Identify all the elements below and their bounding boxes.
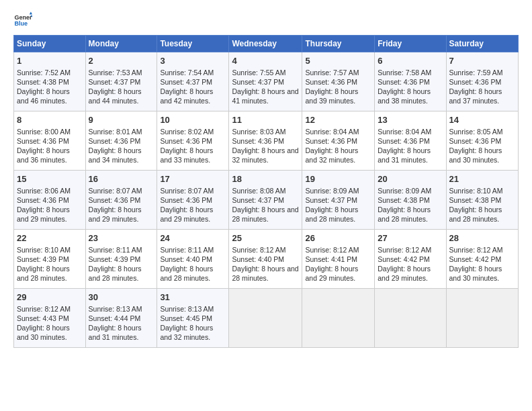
calendar-cell: 7 Sunrise: 7:59 AM Sunset: 4:36 PM Dayli… xyxy=(446,52,518,111)
day-number: 29 xyxy=(17,291,83,304)
calendar-cell: 15 Sunrise: 8:06 AM Sunset: 4:36 PM Dayl… xyxy=(14,171,86,230)
calendar-cell: 4 Sunrise: 7:55 AM Sunset: 4:37 PM Dayli… xyxy=(229,52,302,111)
calendar-cell: 30 Sunrise: 8:13 AM Sunset: 4:44 PM Dayl… xyxy=(85,289,157,348)
logo: General Blue xyxy=(13,11,35,30)
calendar-cell xyxy=(229,289,302,348)
day-number: 4 xyxy=(232,55,299,67)
sunrise-label: Sunrise: 8:09 AM xyxy=(305,187,359,195)
sunset-label: Sunset: 4:36 PM xyxy=(305,137,357,145)
column-header-thursday: Thursday xyxy=(302,36,375,52)
calendar-cell: 20 Sunrise: 8:09 AM Sunset: 4:38 PM Dayl… xyxy=(375,171,446,230)
calendar-cell xyxy=(446,289,518,348)
day-number: 10 xyxy=(160,114,226,126)
calendar-cell: 10 Sunrise: 8:02 AM Sunset: 4:36 PM Dayl… xyxy=(157,111,229,171)
page: General Blue SundayMondayTuesdayWednesda… xyxy=(0,0,532,411)
daylight-label: Daylight: 8 hours and 31 minutes. xyxy=(378,146,431,164)
daylight-label: Daylight: 8 hours and 32 minutes. xyxy=(160,324,213,341)
sunset-label: Sunset: 4:36 PM xyxy=(160,196,212,204)
column-header-monday: Monday xyxy=(85,36,157,52)
calendar-cell: 23 Sunrise: 8:11 AM Sunset: 4:39 PM Dayl… xyxy=(85,230,157,289)
calendar-cell: 1 Sunrise: 7:52 AM Sunset: 4:38 PM Dayli… xyxy=(14,52,86,111)
daylight-label: Daylight: 8 hours and 44 minutes. xyxy=(89,87,142,105)
daylight-label: Daylight: 8 hours and 28 minutes. xyxy=(232,205,298,223)
sunset-label: Sunset: 4:44 PM xyxy=(89,314,141,322)
sunrise-label: Sunrise: 7:55 AM xyxy=(232,68,285,77)
sunset-label: Sunset: 4:36 PM xyxy=(17,137,69,145)
daylight-label: Daylight: 8 hours and 28 minutes. xyxy=(17,265,70,282)
sunrise-label: Sunrise: 8:13 AM xyxy=(89,305,142,313)
calendar-cell: 19 Sunrise: 8:09 AM Sunset: 4:37 PM Dayl… xyxy=(302,171,375,230)
sunset-label: Sunset: 4:36 PM xyxy=(89,196,141,204)
sunrise-label: Sunrise: 8:02 AM xyxy=(160,128,214,136)
day-number: 14 xyxy=(449,114,515,126)
day-number: 18 xyxy=(232,173,299,185)
sunset-label: Sunset: 4:36 PM xyxy=(449,78,502,86)
calendar-cell: 21 Sunrise: 8:10 AM Sunset: 4:38 PM Dayl… xyxy=(446,171,518,230)
day-number: 28 xyxy=(449,232,515,244)
day-number: 12 xyxy=(305,114,371,126)
daylight-label: Daylight: 8 hours and 28 minutes. xyxy=(89,265,142,282)
day-number: 15 xyxy=(17,173,83,185)
daylight-label: Daylight: 8 hours and 28 minutes. xyxy=(160,265,213,282)
sunrise-label: Sunrise: 8:07 AM xyxy=(160,187,214,195)
sunset-label: Sunset: 4:41 PM xyxy=(305,255,357,263)
day-number: 22 xyxy=(17,232,83,244)
calendar-cell: 13 Sunrise: 8:04 AM Sunset: 4:36 PM Dayl… xyxy=(375,111,446,171)
calendar-cell: 3 Sunrise: 7:54 AM Sunset: 4:37 PM Dayli… xyxy=(157,52,229,111)
daylight-label: Daylight: 8 hours and 33 minutes. xyxy=(160,146,213,164)
day-number: 27 xyxy=(378,232,443,244)
sunset-label: Sunset: 4:38 PM xyxy=(378,196,430,204)
svg-text:Blue: Blue xyxy=(14,20,28,27)
daylight-label: Daylight: 8 hours and 30 minutes. xyxy=(17,324,70,341)
day-number: 17 xyxy=(160,173,226,185)
sunset-label: Sunset: 4:39 PM xyxy=(89,255,141,263)
sunrise-label: Sunrise: 8:00 AM xyxy=(17,128,71,136)
day-number: 3 xyxy=(160,55,226,67)
day-number: 19 xyxy=(305,173,371,185)
sunrise-label: Sunrise: 7:53 AM xyxy=(89,68,142,77)
calendar-cell: 22 Sunrise: 8:10 AM Sunset: 4:39 PM Dayl… xyxy=(14,230,86,289)
sunset-label: Sunset: 4:36 PM xyxy=(378,137,430,145)
sunset-label: Sunset: 4:37 PM xyxy=(232,196,284,204)
sunrise-label: Sunrise: 8:12 AM xyxy=(305,246,359,254)
day-number: 26 xyxy=(305,232,371,244)
week-row-4: 22 Sunrise: 8:10 AM Sunset: 4:39 PM Dayl… xyxy=(14,230,519,289)
sunset-label: Sunset: 4:36 PM xyxy=(232,137,284,145)
sunset-label: Sunset: 4:38 PM xyxy=(449,196,502,204)
sunrise-label: Sunrise: 8:04 AM xyxy=(305,128,359,136)
day-number: 7 xyxy=(449,55,515,67)
day-number: 23 xyxy=(89,232,154,244)
sunrise-label: Sunrise: 7:52 AM xyxy=(17,68,71,77)
week-row-5: 29 Sunrise: 8:12 AM Sunset: 4:43 PM Dayl… xyxy=(14,289,519,348)
calendar-cell xyxy=(375,289,446,348)
calendar-cell: 17 Sunrise: 8:07 AM Sunset: 4:36 PM Dayl… xyxy=(157,171,229,230)
daylight-label: Daylight: 8 hours and 42 minutes. xyxy=(160,87,213,105)
daylight-label: Daylight: 8 hours and 41 minutes. xyxy=(232,87,298,105)
calendar-cell: 14 Sunrise: 8:05 AM Sunset: 4:36 PM Dayl… xyxy=(446,111,518,171)
sunrise-label: Sunrise: 8:03 AM xyxy=(232,128,285,136)
week-row-2: 8 Sunrise: 8:00 AM Sunset: 4:36 PM Dayli… xyxy=(14,111,519,171)
day-number: 20 xyxy=(378,173,443,185)
daylight-label: Daylight: 8 hours and 39 minutes. xyxy=(305,87,358,105)
calendar-cell: 2 Sunrise: 7:53 AM Sunset: 4:37 PM Dayli… xyxy=(85,52,157,111)
calendar-cell: 28 Sunrise: 8:12 AM Sunset: 4:42 PM Dayl… xyxy=(446,230,518,289)
daylight-label: Daylight: 8 hours and 30 minutes. xyxy=(449,265,502,282)
calendar-cell: 24 Sunrise: 8:11 AM Sunset: 4:40 PM Dayl… xyxy=(157,230,229,289)
svg-marker-2 xyxy=(30,11,32,14)
column-header-sunday: Sunday xyxy=(14,36,86,52)
sunrise-label: Sunrise: 8:13 AM xyxy=(160,305,214,313)
calendar-cell: 18 Sunrise: 8:08 AM Sunset: 4:37 PM Dayl… xyxy=(229,171,302,230)
sunset-label: Sunset: 4:36 PM xyxy=(305,78,357,86)
daylight-label: Daylight: 8 hours and 29 minutes. xyxy=(378,265,431,282)
column-header-wednesday: Wednesday xyxy=(229,36,302,52)
sunset-label: Sunset: 4:40 PM xyxy=(160,255,212,263)
sunset-label: Sunset: 4:39 PM xyxy=(17,255,69,263)
sunset-label: Sunset: 4:42 PM xyxy=(449,255,502,263)
calendar-header-row: SundayMondayTuesdayWednesdayThursdayFrid… xyxy=(14,36,519,52)
day-number: 2 xyxy=(89,55,154,67)
day-number: 21 xyxy=(449,173,515,185)
calendar-cell: 16 Sunrise: 8:07 AM Sunset: 4:36 PM Dayl… xyxy=(85,171,157,230)
daylight-label: Daylight: 8 hours and 28 minutes. xyxy=(232,265,298,282)
sunrise-label: Sunrise: 8:09 AM xyxy=(378,187,431,195)
day-number: 31 xyxy=(160,291,226,304)
